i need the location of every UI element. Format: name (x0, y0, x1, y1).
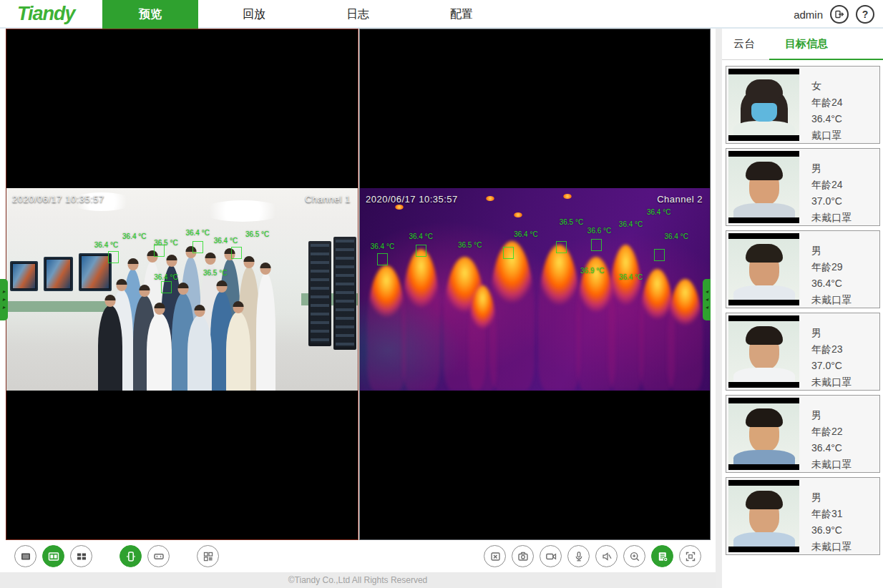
shirt-graphic (733, 285, 795, 305)
target-card[interactable]: 女 年龄24 36.4°C 戴口罩 (726, 66, 880, 144)
face-detection-box (161, 281, 172, 293)
temperature-label: 36.4 °C (154, 273, 177, 281)
footer-bar: ©Tiandy Co.,Ltd All Rights Reserved (0, 572, 716, 588)
thermal-spot (486, 196, 494, 201)
channel2-thermal-scene (360, 188, 710, 391)
target-info: 女 年龄24 36.4°C 戴口罩 (801, 67, 843, 143)
age-label: 年龄29 (811, 259, 852, 275)
preview-toolbar (0, 540, 716, 572)
face-photo (749, 415, 779, 452)
video-pane-channel2[interactable]: 2020/06/17 10:35:57 Channel 2 36.4 °C 36… (359, 29, 711, 540)
channel2-timestamp: 2020/06/17 10:35:57 (366, 194, 458, 205)
cabinet (333, 237, 356, 350)
thermal-person (402, 249, 441, 391)
mask-status: 戴口罩 (811, 127, 843, 144)
talk-button[interactable] (567, 545, 590, 567)
fullscreen-button[interactable] (679, 545, 701, 567)
single-view-button[interactable] (14, 545, 36, 567)
username-label: admin (794, 9, 823, 21)
aspect-ratio-button[interactable] (147, 545, 170, 567)
temperature-value: 36.4°C (811, 440, 852, 456)
aspect-ratio-icon (152, 550, 165, 563)
dual-view-icon (47, 550, 60, 563)
temperature-value: 37.0°C (811, 193, 852, 210)
temperature-label: 36.4 °C (514, 230, 537, 238)
age-label: 年龄22 (811, 423, 852, 440)
help-button[interactable]: ? (856, 5, 874, 24)
person-figure (187, 315, 212, 391)
target-card[interactable]: 男 年龄29 36.4°C 未戴口罩 (726, 230, 880, 308)
temperature-label: 36.4 °C (214, 237, 238, 245)
thermal-person (469, 285, 497, 391)
shirt-graphic (733, 121, 795, 141)
counter-band (6, 301, 112, 311)
tab-log[interactable]: 日志 (318, 0, 397, 29)
age-label: 年龄31 (811, 506, 852, 522)
tiandy-logo: Tiandy (17, 3, 75, 25)
fullscreen-icon (684, 550, 697, 563)
logout-icon (834, 9, 844, 19)
tab-config[interactable]: 配置 (422, 0, 501, 29)
left-panel-handle[interactable]: ▸▸▸ (0, 279, 8, 320)
tab-playback[interactable]: 回放 (215, 0, 293, 29)
temperature-value: 36.4°C (811, 111, 843, 127)
target-info-panel-button[interactable] (651, 545, 673, 567)
quad-view-button[interactable] (70, 545, 92, 567)
face-photo (749, 250, 779, 288)
portrait-mode-button[interactable] (119, 545, 142, 567)
channel2-video: 2020/06/17 10:35:57 Channel 2 36.4 °C 36… (360, 188, 710, 391)
portrait-mode-icon (125, 550, 137, 563)
logout-button[interactable] (830, 5, 849, 24)
copyright-text: ©Tiandy Co.,Ltd All Rights Reserved (288, 575, 427, 585)
temperature-label: 36.5 °C (245, 230, 269, 238)
display-screen (10, 261, 38, 291)
custom-layout-button[interactable] (197, 545, 219, 567)
person-figure (256, 273, 275, 391)
mute-button[interactable] (595, 545, 618, 567)
target-info: 男 年龄23 37.0°C 未戴口罩 (801, 313, 852, 390)
dual-view-button[interactable] (42, 545, 64, 567)
target-card[interactable]: 男 年龄22 36.4°C 未戴口罩 (726, 395, 880, 473)
face-photo (749, 497, 779, 534)
age-label: 年龄23 (811, 341, 852, 358)
temperature-label: 36.5 °C (458, 241, 482, 249)
record-button[interactable] (540, 545, 562, 567)
mask-status: 未戴口罩 (811, 539, 852, 555)
target-list[interactable]: 女 年龄24 36.4°C 戴口罩 男 年龄24 37.0°C 未戴口罩 (722, 60, 883, 588)
temperature-label: 36.5 °C (154, 239, 177, 247)
face-detection-box (556, 241, 567, 253)
age-label: 年龄24 (811, 94, 843, 111)
video-pane-channel1[interactable]: 2020/06/17 10:35:57 Channel 1 36.4 °C 36… (6, 29, 358, 540)
shirt-graphic (733, 450, 795, 470)
record-icon (545, 550, 557, 563)
face-detection-box (416, 245, 426, 257)
face-detection-box (231, 247, 242, 259)
target-card[interactable]: 男 年龄31 36.9°C 未戴口罩 (726, 477, 880, 555)
target-thumbnail (728, 480, 799, 552)
close-all-icon (489, 550, 502, 563)
temperature-label: 36.4 °C (647, 208, 670, 216)
top-bar: Tiandy 预览 回放 日志 配置 admin ? (0, 0, 883, 29)
face-detection-box (377, 253, 388, 265)
sidebar-collapse-handle[interactable]: ◂◂◂ (703, 279, 711, 320)
temperature-label: 36.4 °C (619, 273, 643, 281)
right-sidebar: 云台 目标信息 女 年龄24 36.4°C 戴口罩 (722, 29, 883, 588)
temperature-label: 36.4 °C (664, 232, 688, 240)
ceiling-light (200, 200, 286, 222)
user-area: admin ? (794, 0, 874, 29)
channel1-label: Channel 1 (305, 194, 351, 205)
mask-status: 未戴口罩 (811, 456, 852, 473)
face-detection-box (591, 239, 602, 251)
tab-ptz[interactable]: 云台 (733, 37, 755, 51)
tab-preview[interactable]: 预览 (102, 0, 198, 29)
layout-controls (14, 545, 219, 567)
video-area: 2020/06/17 10:35:57 Channel 1 36.4 °C 36… (0, 29, 716, 540)
snapshot-button[interactable] (512, 545, 534, 567)
digital-zoom-button[interactable] (623, 545, 645, 567)
target-card[interactable]: 男 年龄24 37.0°C 未戴口罩 (726, 148, 880, 226)
close-all-button[interactable] (484, 545, 506, 567)
mask-graphic (751, 103, 777, 122)
temperature-label: 36.5 °C (203, 269, 227, 277)
tab-target-info[interactable]: 目标信息 (785, 37, 828, 51)
target-card[interactable]: 男 年龄23 37.0°C 未戴口罩 (726, 313, 880, 391)
